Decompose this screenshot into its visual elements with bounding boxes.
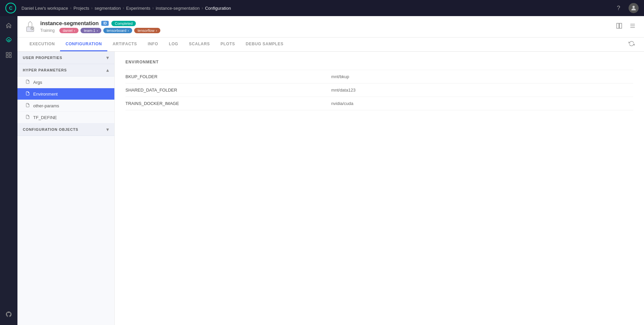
sidebar-item-other-params-label: other-params bbox=[33, 103, 59, 108]
badge-id: ID bbox=[101, 21, 109, 26]
file-icon-tf-define bbox=[25, 115, 30, 120]
sidebar-item-environment-label: Environment bbox=[33, 92, 58, 97]
experiment-title-row: instance-segmentation ID Completed bbox=[40, 20, 614, 26]
table-row: TRAINS_DOCKER_IMAGE nvidia/cuda bbox=[125, 97, 633, 110]
svg-rect-10 bbox=[617, 23, 619, 29]
svg-rect-7 bbox=[9, 56, 11, 58]
tag-tensorflow[interactable]: tensorflow bbox=[134, 28, 160, 33]
sidebar-item-other-params[interactable]: other-params bbox=[17, 100, 114, 112]
env-key: BKUP_FOLDER bbox=[125, 70, 329, 84]
nav-home[interactable] bbox=[2, 19, 15, 32]
user-properties-chevron: ▾ bbox=[106, 55, 109, 60]
experiment-icon bbox=[24, 21, 36, 33]
svg-rect-4 bbox=[6, 53, 8, 55]
columns-icon[interactable] bbox=[614, 21, 624, 32]
section-hyper-parameters[interactable]: HYPER PARAMETERS ▴ bbox=[17, 64, 114, 76]
sidebar-item-tf-define[interactable]: TF_DEFINE bbox=[17, 112, 114, 123]
file-icon-other-params bbox=[25, 103, 30, 108]
main-layout: instance-segmentation ID Completed Train… bbox=[0, 16, 644, 325]
svg-text:C: C bbox=[9, 5, 12, 11]
svg-rect-11 bbox=[620, 23, 622, 29]
brand-logo[interactable]: C bbox=[5, 3, 16, 13]
config-objects-label: CONFIGURATION OBJECTS bbox=[23, 127, 78, 131]
env-key: SHARED_DATA_FOLDER bbox=[125, 84, 329, 97]
tabs-bar: EXECUTION CONFIGURATION ARTIFACTS INFO L… bbox=[17, 38, 644, 52]
env-value: nvidia/cuda bbox=[329, 97, 633, 110]
svg-point-3 bbox=[8, 40, 10, 41]
env-key: TRAINS_DOCKER_IMAGE bbox=[125, 97, 329, 110]
file-icon-environment bbox=[25, 91, 30, 97]
env-value: mnt/bkup bbox=[329, 70, 633, 84]
svg-point-2 bbox=[633, 6, 635, 8]
file-icon-args bbox=[25, 79, 30, 85]
breadcrumb-sep-4: › bbox=[202, 6, 203, 10]
help-icon[interactable]: ? bbox=[614, 3, 623, 13]
config-objects-chevron: ▾ bbox=[106, 127, 109, 132]
nav-brain[interactable] bbox=[2, 34, 15, 47]
env-table: BKUP_FOLDER mnt/bkup SHARED_DATA_FOLDER … bbox=[125, 70, 633, 110]
content-area: instance-segmentation ID Completed Train… bbox=[17, 16, 644, 325]
tag-tensorboard[interactable]: tensorboard bbox=[103, 28, 132, 33]
tab-log[interactable]: LOG bbox=[163, 38, 183, 51]
nav-grid[interactable] bbox=[2, 48, 15, 62]
breadcrumb-segmentation[interactable]: segmentation bbox=[95, 6, 121, 11]
svg-rect-6 bbox=[6, 56, 8, 58]
user-avatar[interactable] bbox=[629, 3, 639, 13]
table-row: SHARED_DATA_FOLDER mnt/data123 bbox=[125, 84, 633, 97]
breadcrumb: Daniel Lew's workspace › Projects › segm… bbox=[21, 6, 231, 11]
refresh-icon[interactable] bbox=[626, 38, 637, 51]
experiment-type: Training bbox=[40, 28, 55, 33]
tag-daniel[interactable]: daniel bbox=[59, 28, 78, 33]
tab-info[interactable]: INFO bbox=[142, 38, 163, 51]
experiment-info: instance-segmentation ID Completed Train… bbox=[40, 20, 614, 33]
env-value: mnt/data123 bbox=[329, 84, 633, 97]
tab-artifacts[interactable]: ARTIFACTS bbox=[107, 38, 143, 51]
sidebar-item-args[interactable]: Args bbox=[17, 76, 114, 88]
tab-scalars[interactable]: SCALARS bbox=[183, 38, 215, 51]
tab-plots[interactable]: PLOTS bbox=[215, 38, 240, 51]
tab-configuration[interactable]: CONFIGURATION bbox=[60, 38, 107, 51]
section-user-properties[interactable]: USER PROPERTIES ▾ bbox=[17, 52, 114, 64]
badge-completed: Completed bbox=[111, 21, 136, 26]
config-sidebar: USER PROPERTIES ▾ HYPER PARAMETERS ▴ Arg… bbox=[17, 52, 115, 325]
breadcrumb-instance-seg[interactable]: instance-segmentation bbox=[156, 6, 200, 11]
experiment-header-actions bbox=[614, 21, 637, 32]
breadcrumb-projects[interactable]: Projects bbox=[73, 6, 89, 11]
main-content: ENVIRONMENT BKUP_FOLDER mnt/bkup SHARED_… bbox=[115, 52, 644, 325]
experiment-header: instance-segmentation ID Completed Train… bbox=[17, 16, 644, 38]
top-nav-actions: ? bbox=[614, 3, 639, 13]
breadcrumb-workspace[interactable]: Daniel Lew's workspace bbox=[21, 6, 68, 11]
hyper-parameters-label: HYPER PARAMETERS bbox=[23, 68, 67, 72]
menu-icon[interactable] bbox=[628, 21, 637, 32]
experiment-tags: Training daniel team-1 tensorboard tenso… bbox=[40, 28, 614, 33]
tag-team1[interactable]: team-1 bbox=[80, 28, 101, 33]
icon-nav bbox=[0, 16, 17, 325]
breadcrumb-sep-0: › bbox=[70, 6, 71, 10]
top-nav: C Daniel Lew's workspace › Projects › se… bbox=[0, 0, 644, 16]
breadcrumb-experiments[interactable]: Experiments bbox=[126, 6, 150, 11]
section-title: ENVIRONMENT bbox=[125, 60, 633, 64]
experiment-name: instance-segmentation bbox=[40, 20, 99, 26]
section-config-objects[interactable]: CONFIGURATION OBJECTS ▾ bbox=[17, 123, 114, 136]
breadcrumb-current: Configuration bbox=[205, 6, 231, 11]
body-area: USER PROPERTIES ▾ HYPER PARAMETERS ▴ Arg… bbox=[17, 52, 644, 325]
user-properties-label: USER PROPERTIES bbox=[23, 56, 62, 60]
nav-github[interactable] bbox=[2, 308, 15, 321]
table-row: BKUP_FOLDER mnt/bkup bbox=[125, 70, 633, 84]
sidebar-item-args-label: Args bbox=[33, 80, 42, 85]
breadcrumb-sep-3: › bbox=[152, 6, 154, 10]
sidebar-item-tf-define-label: TF_DEFINE bbox=[33, 115, 57, 120]
tab-debug-samples[interactable]: DEBUG SAMPLES bbox=[240, 38, 289, 51]
breadcrumb-sep-1: › bbox=[91, 6, 93, 10]
hyper-parameters-chevron: ▴ bbox=[106, 67, 109, 73]
svg-rect-5 bbox=[9, 53, 11, 55]
breadcrumb-sep-2: › bbox=[123, 6, 124, 10]
sidebar-item-environment[interactable]: Environment bbox=[17, 88, 114, 100]
tab-execution[interactable]: EXECUTION bbox=[24, 38, 60, 51]
